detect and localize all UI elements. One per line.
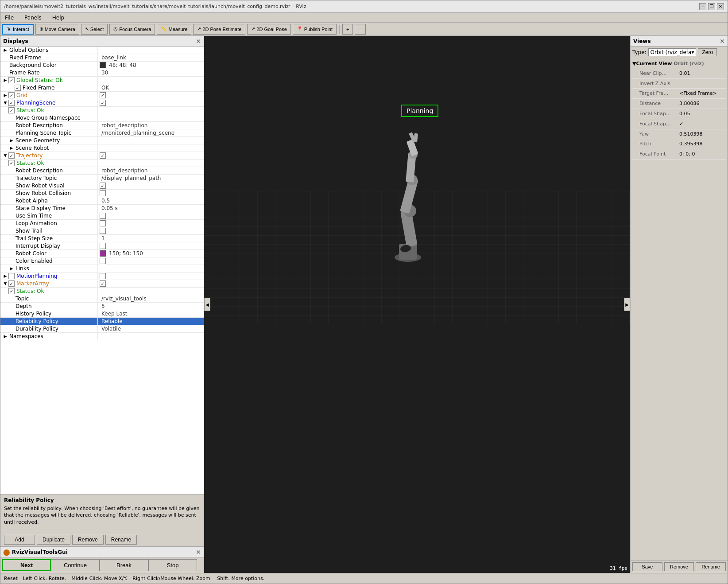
select-button[interactable]: ↖ Select (81, 24, 108, 35)
loop-animation-checkbox[interactable] (100, 220, 106, 226)
toolbar-minus-button[interactable]: – (355, 24, 365, 35)
menu-help[interactable]: Help (50, 14, 67, 22)
close-button[interactable]: ✕ (717, 3, 724, 10)
trajectory-label: Trajectory (15, 152, 43, 159)
show-trail-checkbox[interactable] (100, 228, 106, 234)
trajectory-checkbox[interactable]: ✓ (100, 152, 106, 159)
stop-button[interactable]: Stop (148, 559, 197, 571)
links-arrow[interactable]: ▶ (8, 265, 15, 272)
status-left-click: Left-Click: Rotate. (23, 576, 66, 581)
goal-2d-button[interactable]: ↗ 2D Goal Pose (247, 24, 290, 35)
viewport-collapse-right[interactable]: ▶ (624, 298, 630, 311)
break-button[interactable]: Break (100, 559, 148, 571)
grid-row[interactable]: ▶ ✓ Grid ✓ (0, 92, 204, 99)
color-enabled-checkbox[interactable] (100, 258, 106, 264)
focus-camera-button[interactable]: ◎ Focus Camera (109, 24, 155, 35)
ma-reliability-policy-value-cell: Reliable (98, 318, 204, 325)
marker-array-row[interactable]: ▼ ✓ MarkerArray ✓ (0, 280, 204, 288)
distance-label: Distance (639, 99, 679, 108)
planning-scene-check[interactable]: ✓ (8, 100, 15, 106)
use-sim-time-checkbox[interactable] (100, 213, 106, 219)
links-row[interactable]: ▶ Links (0, 265, 204, 273)
show-robot-collision-checkbox[interactable] (100, 190, 106, 196)
views-save-button[interactable]: Save (632, 562, 662, 571)
current-view-section[interactable]: ▼ Current View Orbit (rviz) (632, 59, 726, 69)
status-reset[interactable]: Reset (4, 576, 18, 581)
state-display-time-row: State Display Time 0.05 s (0, 205, 204, 212)
current-view-arrow: ▼ (632, 59, 636, 68)
views-rename-button[interactable]: Rename (696, 562, 726, 571)
scene-robot-row[interactable]: ▶ Scene Robot (0, 144, 204, 152)
views-close-button[interactable]: ✕ (720, 38, 725, 45)
move-camera-button[interactable]: ⊕ Move Camera (35, 24, 79, 35)
rename-button[interactable]: Rename (105, 535, 137, 545)
frame-rate-value: 30 (100, 70, 108, 76)
marker-array-checkbox[interactable]: ✓ (100, 280, 106, 287)
interact-icon: 🖱 (7, 27, 12, 32)
info-title: Reliability Policy (4, 497, 200, 503)
interrupt-display-checkbox[interactable] (100, 243, 106, 249)
marker-array-check[interactable]: ✓ (8, 280, 15, 287)
interrupt-display-value-cell (98, 242, 204, 249)
add-button[interactable]: Add (4, 535, 35, 545)
global-options-row[interactable]: ▶ Global Options (0, 47, 204, 54)
menu-panels[interactable]: Panels (22, 14, 44, 22)
focus-camera-icon: ◎ (113, 26, 118, 32)
scene-robot-arrow[interactable]: ▶ (8, 145, 15, 151)
distance-value: 3.80086 (679, 99, 726, 108)
planning-scene-arrow[interactable]: ▼ (2, 100, 8, 106)
motion-planning-row[interactable]: ▶ MotionPlanning (0, 273, 204, 280)
remove-button[interactable]: Remove (72, 535, 104, 545)
global-fixed-frame-value: OK (100, 85, 109, 91)
ma-reliability-policy-row[interactable]: Reliability Policy Reliable (0, 318, 204, 325)
interact-button[interactable]: 🖱 Interact (2, 24, 34, 35)
3d-viewport[interactable]: Planning ◀ ▶ 31 fps (204, 36, 630, 573)
grid-arrow[interactable]: ▶ (2, 92, 8, 98)
rviz-gui-header-left: ⬤ RvizVisualToolsGui (3, 549, 68, 556)
ma-topic-value-cell: /rviz_visual_tools (98, 295, 204, 302)
grid-check[interactable]: ✓ (8, 92, 15, 98)
trajectory-row[interactable]: ▼ ✓ Trajectory ✓ (0, 152, 204, 160)
scene-geometry-row[interactable]: ▶ Scene Geometry (0, 137, 204, 144)
minimize-button[interactable]: – (699, 3, 706, 10)
traj-topic-value-cell: /display_planned_path (98, 175, 204, 182)
views-zero-button[interactable]: Zero (698, 48, 717, 56)
use-sim-time-label-cell: Use Sim Time (0, 212, 98, 219)
ma-topic-label: Topic (15, 296, 29, 302)
global-status-check[interactable]: ✓ (8, 77, 15, 83)
marker-array-arrow[interactable]: ▼ (2, 280, 8, 287)
namespaces-arrow[interactable]: ▶ (2, 333, 8, 339)
motion-planning-checkbox[interactable] (100, 273, 106, 279)
views-remove-button[interactable]: Remove (664, 562, 694, 571)
measure-button[interactable]: 📏 Measure (157, 24, 191, 35)
global-options-label-cell: ▶ Global Options (0, 47, 98, 54)
grid-checkbox[interactable]: ✓ (100, 92, 106, 98)
views-type-dropdown[interactable]: Orbit (rviz_defa▾ (648, 48, 697, 56)
publish-point-button[interactable]: 📍 Publish Point (293, 24, 337, 35)
pose-2d-button[interactable]: ↗ 2D Pose Estimate (193, 24, 245, 35)
motion-planning-check[interactable] (8, 273, 15, 279)
trajectory-arrow[interactable]: ▼ (2, 152, 8, 159)
ps-topic-value: /monitored_planning_scene (100, 130, 174, 136)
publish-point-icon: 📍 (297, 26, 303, 32)
global-status-arrow[interactable]: ▶ (2, 77, 8, 83)
menu-file[interactable]: File (2, 14, 16, 22)
rviz-gui-close-button[interactable]: ✕ (196, 549, 201, 556)
scene-geometry-arrow[interactable]: ▶ (8, 137, 15, 144)
namespaces-row[interactable]: ▶ Namespaces (0, 333, 204, 340)
global-status-row[interactable]: ▶ ✓ Global Status: Ok (0, 77, 204, 84)
global-options-arrow[interactable]: ▶ (2, 47, 8, 53)
trajectory-check[interactable]: ✓ (8, 152, 15, 159)
next-button[interactable]: Next (2, 559, 51, 571)
planning-scene-checkbox[interactable]: ✓ (100, 100, 106, 106)
motion-planning-arrow[interactable]: ▶ (2, 273, 8, 279)
show-robot-visual-checkbox[interactable]: ✓ (100, 183, 106, 189)
continue-button[interactable]: Continue (51, 559, 100, 571)
restore-button[interactable]: ❐ (708, 3, 715, 10)
toolbar-plus-button[interactable]: + (342, 24, 353, 35)
viewport-collapse-left[interactable]: ◀ (204, 298, 210, 311)
ma-history-policy-label: History Policy (15, 311, 51, 317)
displays-close-button[interactable]: ✕ (196, 38, 201, 45)
duplicate-button[interactable]: Duplicate (37, 535, 70, 545)
planning-scene-row[interactable]: ▼ ✓ PlanningScene ✓ (0, 99, 204, 107)
